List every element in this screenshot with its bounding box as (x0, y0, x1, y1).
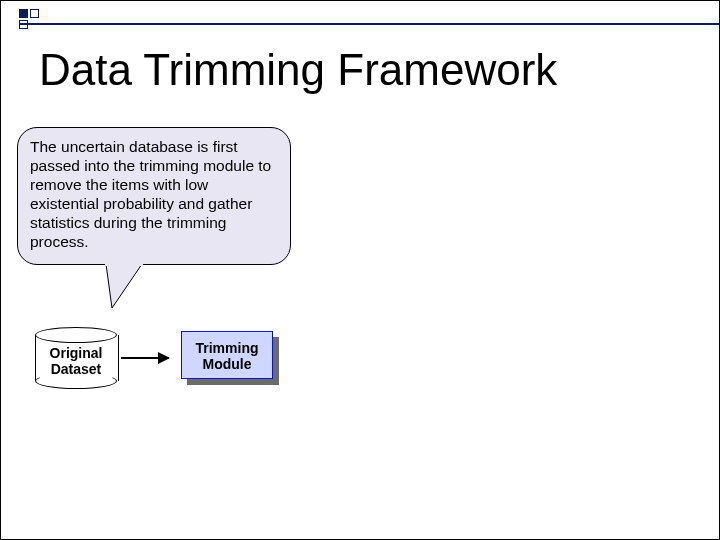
svg-rect-1 (105, 262, 143, 266)
cylinder-label: Original Dataset (35, 345, 117, 377)
title-rule (19, 23, 719, 25)
slide-title: Data Trimming Framework (39, 45, 557, 95)
slide: Data Trimming Framework The uncertain da… (0, 0, 720, 540)
callout-bubble: The uncertain database is first passed i… (17, 127, 291, 265)
callout-text: The uncertain database is first passed i… (30, 138, 271, 250)
trimming-module-box: Trimming Module (181, 331, 273, 379)
module-label-line2: Module (203, 356, 252, 372)
arrow-icon (121, 357, 169, 359)
cylinder-label-line2: Dataset (51, 361, 102, 377)
module-label-line1: Trimming (195, 340, 258, 356)
database-cylinder-icon: Original Dataset (35, 327, 117, 389)
callout-tail-icon (102, 262, 148, 310)
cylinder-label-line1: Original (50, 345, 103, 361)
svg-marker-0 (106, 264, 142, 308)
